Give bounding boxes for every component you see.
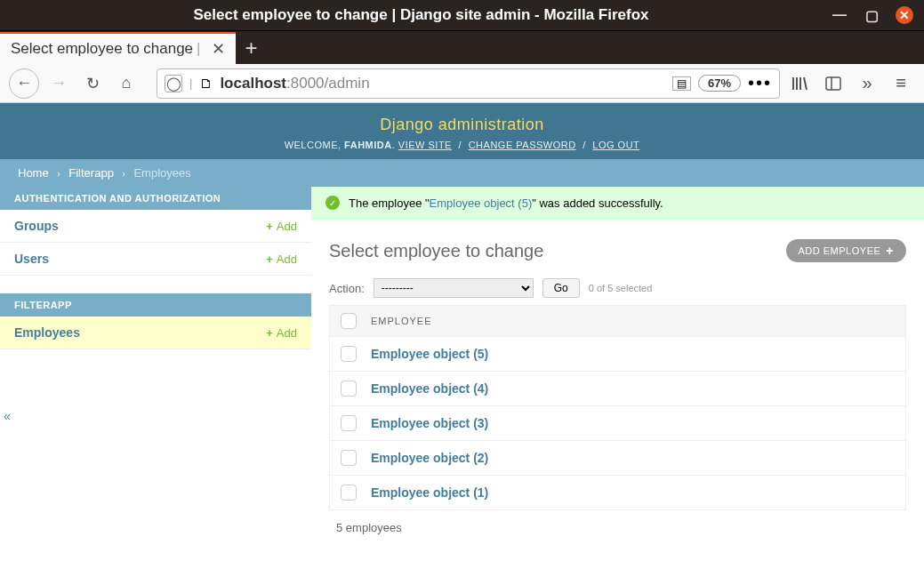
home-button[interactable]: ⌂	[112, 69, 141, 98]
close-icon[interactable]: ✕	[896, 6, 913, 24]
back-button[interactable]: ←	[9, 68, 39, 99]
window-titlebar: Select employee to change | Django site …	[0, 0, 924, 30]
results-table: EMPLOYEE Employee object (5) Employee ob…	[329, 305, 906, 510]
add-link[interactable]: +Add	[266, 252, 297, 266]
add-employee-button[interactable]: ADD EMPLOYEE +	[786, 239, 907, 262]
breadcrumb-current: Employees	[133, 166, 190, 180]
table-row: Employee object (1)	[330, 475, 905, 509]
paginator: 5 employees	[329, 510, 906, 545]
sidebar-collapse-handle[interactable]: «	[0, 407, 14, 425]
view-site-link[interactable]: VIEW SITE	[398, 140, 452, 150]
tab-close-icon[interactable]: ✕	[212, 39, 225, 59]
tab-strip: Select employee to change | ✕ +	[0, 30, 924, 64]
action-label: Action:	[329, 282, 365, 295]
page-title: Select employee to change	[329, 241, 786, 261]
url-text[interactable]: localhost:8000/admin	[220, 75, 665, 92]
plus-icon: +	[886, 244, 894, 258]
model-name: Groups	[14, 219, 266, 233]
content-title-row: Select employee to change ADD EMPLOYEE +	[329, 239, 906, 262]
model-name: Employees	[14, 325, 266, 340]
admin-body: AUTHENTICATION AND AUTHORIZATION Groups …	[0, 187, 924, 556]
overflow-icon[interactable]: »	[853, 69, 881, 98]
row-checkbox[interactable]	[341, 485, 357, 501]
plus-icon: +	[266, 220, 273, 233]
content: ✓ The employee "Employee object (5)" was…	[311, 187, 924, 556]
row-checkbox[interactable]	[341, 346, 357, 362]
row-link[interactable]: Employee object (1)	[371, 485, 488, 500]
sidebar-item-groups[interactable]: Groups +Add	[0, 210, 311, 243]
selection-count: 0 of 5 selected	[589, 283, 653, 293]
row-checkbox[interactable]	[341, 450, 357, 466]
forward-button[interactable]: →	[44, 69, 73, 98]
actions-bar: Action: --------- Go 0 of 5 selected	[329, 278, 906, 298]
zoom-level[interactable]: 67%	[698, 75, 741, 92]
library-icon[interactable]	[785, 69, 814, 98]
window-title: Select employee to change | Django site …	[11, 6, 832, 24]
add-link[interactable]: +Add	[266, 220, 297, 233]
minimize-icon[interactable]: —	[832, 7, 848, 23]
admin-userlinks: WELCOME, FAHMIDA. VIEW SITE / CHANGE PAS…	[0, 140, 924, 150]
change-password-link[interactable]: CHANGE PASSWORD	[469, 140, 576, 150]
select-all-checkbox[interactable]	[341, 313, 357, 329]
plus-icon: +	[266, 252, 273, 266]
row-link[interactable]: Employee object (3)	[371, 416, 488, 430]
page-icon: 🗋	[199, 76, 213, 91]
url-bar[interactable]: ◯ | 🗋 localhost:8000/admin ▤ 67% •••	[157, 68, 780, 99]
go-button[interactable]: Go	[542, 278, 580, 298]
success-message: ✓ The employee "Employee object (5)" was…	[311, 187, 924, 220]
url-path: :8000/admin	[286, 75, 370, 92]
row-checkbox[interactable]	[341, 415, 357, 431]
tab-label: Select employee to change	[11, 40, 193, 58]
model-name: Users	[14, 252, 266, 266]
table-row: Employee object (4)	[330, 371, 905, 405]
breadcrumb-home[interactable]: Home	[18, 166, 49, 180]
hamburger-menu-icon[interactable]: ≡	[887, 69, 915, 98]
url-host: localhost	[220, 75, 286, 92]
sidebar-toggle-icon[interactable]	[819, 69, 848, 98]
column-header[interactable]: EMPLOYEE	[371, 316, 432, 326]
add-link[interactable]: +Add	[266, 326, 297, 340]
admin-header: Django administration WELCOME, FAHMIDA. …	[0, 103, 924, 159]
sidebar: AUTHENTICATION AND AUTHORIZATION Groups …	[0, 187, 311, 556]
table-row: Employee object (5)	[330, 336, 905, 371]
plus-icon: +	[266, 326, 273, 340]
table-row: Employee object (3)	[330, 405, 905, 440]
message-object[interactable]: Employee object (5)	[430, 196, 533, 210]
app-header-filterapp: FILTERAPP	[0, 293, 311, 317]
breadcrumb: Home › Filterapp › Employees	[0, 159, 924, 187]
row-checkbox[interactable]	[341, 381, 357, 397]
page-actions-icon[interactable]: •••	[748, 73, 772, 93]
check-icon: ✓	[325, 196, 340, 210]
sidebar-item-employees[interactable]: Employees +Add	[0, 317, 311, 349]
browser-tab[interactable]: Select employee to change | ✕	[0, 32, 236, 64]
welcome-label: WELCOME,	[285, 140, 341, 150]
reload-button[interactable]: ↻	[78, 69, 107, 98]
sidebar-item-users[interactable]: Users +Add	[0, 243, 311, 276]
shield-icon[interactable]: ◯	[165, 75, 182, 92]
reader-mode-icon[interactable]: ▤	[672, 76, 691, 91]
logout-link[interactable]: LOG OUT	[592, 140, 639, 150]
row-link[interactable]: Employee object (2)	[371, 451, 488, 465]
window-controls: — ▢ ✕	[832, 6, 913, 24]
app-header-auth: AUTHENTICATION AND AUTHORIZATION	[0, 187, 311, 210]
row-link[interactable]: Employee object (4)	[371, 381, 488, 396]
new-tab-button[interactable]: +	[236, 32, 268, 64]
table-header: EMPLOYEE	[330, 306, 905, 336]
row-link[interactable]: Employee object (5)	[371, 347, 488, 361]
message-text: The employee "Employee object (5)" was a…	[349, 196, 663, 210]
maximize-icon[interactable]: ▢	[864, 7, 880, 23]
action-select[interactable]: ---------	[374, 278, 534, 298]
admin-title: Django administration	[0, 116, 924, 134]
tab-separator: |	[197, 40, 200, 58]
browser-toolbar: ← → ↻ ⌂ ◯ | 🗋 localhost:8000/admin ▤ 67%…	[0, 64, 924, 103]
table-row: Employee object (2)	[330, 440, 905, 475]
svg-rect-0	[826, 77, 840, 90]
breadcrumb-app[interactable]: Filterapp	[68, 166, 114, 180]
username: FAHMIDA	[344, 140, 392, 150]
urlbar-separator: |	[189, 76, 192, 90]
